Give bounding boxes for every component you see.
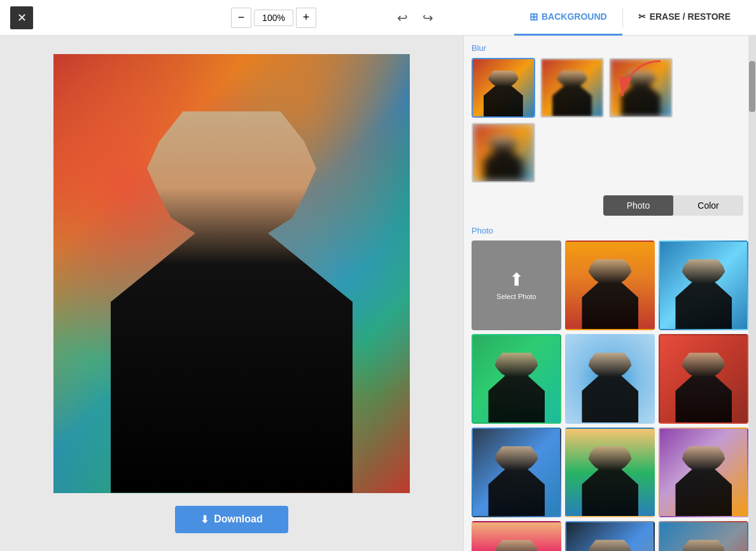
photo-thumb-11[interactable] (659, 521, 748, 551)
blur-thumb-slight[interactable] (540, 58, 604, 118)
photo-thumb-6[interactable] (472, 428, 561, 517)
image-container (53, 54, 410, 493)
photo-thumb-8[interactable] (659, 428, 748, 517)
upload-photo-thumb[interactable]: ⬆ Select Photo (472, 241, 561, 330)
photo-color-tabs: Photo Color (603, 195, 743, 216)
download-label: Download (214, 513, 262, 525)
redo-icon: ↪ (423, 10, 433, 25)
undo-icon: ↩ (397, 10, 408, 25)
panel-scrollbar[interactable] (748, 36, 756, 551)
blur-thumb-heavy[interactable] (472, 123, 535, 183)
photo-thumb-2[interactable] (659, 241, 748, 330)
main-image (53, 54, 410, 493)
download-container: ⬇ Download (175, 506, 288, 533)
tab-color[interactable]: Color (673, 195, 743, 216)
right-panel: Blur (463, 36, 756, 551)
blur-thumb-original[interactable] (472, 58, 535, 118)
main-layout: ⬇ Download Blur (0, 36, 756, 551)
tab-erase-label: ERASE / RESTORE (650, 11, 731, 22)
photo-thumb-3[interactable] (472, 334, 561, 424)
close-icon: ✕ (17, 11, 27, 25)
photo-thumb-5[interactable] (659, 334, 748, 424)
zoom-value: 100% (254, 10, 293, 26)
redo-button[interactable]: ↪ (416, 6, 439, 29)
tab-background[interactable]: ⊞ BACKGROUND (514, 0, 622, 36)
photo-grid: ⬆ Select Photo (472, 241, 748, 551)
select-photo-label: Select Photo (496, 293, 536, 300)
toolbar: ✕ − 100% + ↩ ↪ ⊞ BACKGROUND ✂ ERASE / RE… (0, 0, 756, 36)
canvas-area: ⬇ Download (0, 36, 463, 551)
photo-thumb-7[interactable] (565, 428, 655, 517)
tab-photo[interactable]: Photo (603, 195, 673, 216)
undo-button[interactable]: ↩ (391, 6, 414, 29)
photo-thumb-9[interactable] (472, 521, 561, 551)
tab-erase[interactable]: ✂ ERASE / RESTORE (623, 0, 746, 36)
tab-background-label: BACKGROUND (542, 11, 607, 22)
scissors-icon: ✂ (638, 11, 646, 22)
blur-section-label: Blur (472, 43, 748, 53)
layers-icon: ⊞ (529, 11, 538, 23)
photo-thumb-4[interactable] (565, 334, 655, 424)
blur-thumb-medium[interactable] (609, 58, 673, 118)
download-icon: ⬇ (200, 513, 209, 526)
zoom-out-icon: − (238, 11, 245, 24)
panel-scroll[interactable]: Blur (464, 36, 756, 551)
download-button[interactable]: ⬇ Download (175, 506, 288, 533)
zoom-out-button[interactable]: − (231, 8, 251, 28)
blur-row-2 (472, 123, 748, 183)
blur-row-1 (472, 58, 748, 118)
person-silhouette (111, 111, 353, 493)
close-button[interactable]: ✕ (10, 6, 33, 29)
zoom-in-icon: + (303, 11, 310, 24)
zoom-in-button[interactable]: + (296, 8, 316, 28)
photo-thumb-10[interactable] (565, 521, 655, 551)
upload-icon: ⬆ (509, 271, 524, 289)
photo-section-label: Photo (472, 226, 748, 235)
photo-thumb-1[interactable] (565, 241, 655, 330)
